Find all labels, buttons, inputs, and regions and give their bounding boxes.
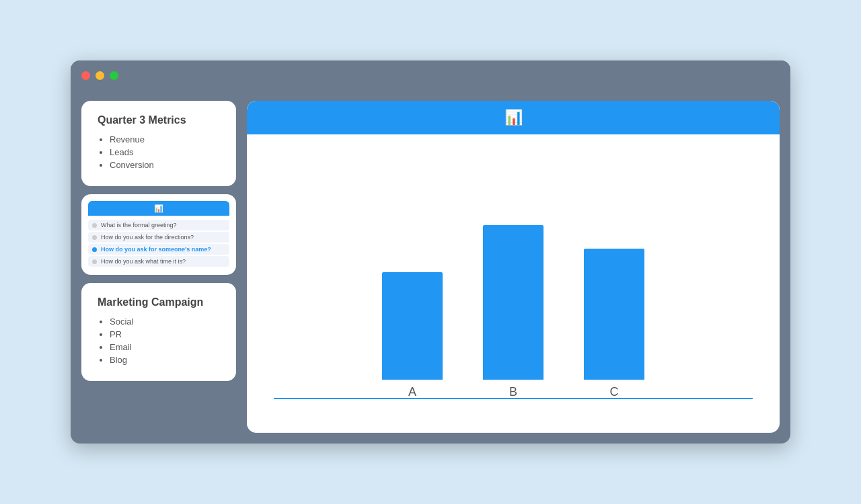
- bar-c: [584, 249, 644, 380]
- bar-label-b: B: [509, 385, 517, 399]
- list-item: Leads: [110, 147, 220, 157]
- browser-window: Quarter 3 Metrics Revenue Leads Conversi…: [71, 60, 790, 444]
- bar-label-c: C: [610, 385, 619, 399]
- bar-group-b: B: [483, 225, 544, 399]
- metrics-card: Quarter 3 Metrics Revenue Leads Conversi…: [81, 101, 236, 186]
- chart-baseline: [274, 398, 753, 399]
- bar-label-a: A: [408, 385, 416, 399]
- preview-row[interactable]: How do you ask what time it is?: [88, 256, 229, 267]
- row-dot: [92, 235, 97, 240]
- bar-group-a: A: [382, 272, 443, 399]
- row-dot: [92, 223, 97, 228]
- bar-a: [382, 272, 443, 380]
- browser-content: Quarter 3 Metrics Revenue Leads Conversi…: [71, 90, 790, 444]
- chart-body: A B C: [247, 134, 780, 433]
- bar-b: [483, 225, 544, 380]
- metrics-list: Revenue Leads Conversion: [98, 134, 220, 170]
- marketing-card: Marketing Campaign Social PR Email Blog: [81, 283, 236, 381]
- list-item: Social: [110, 317, 220, 327]
- metrics-title: Quarter 3 Metrics: [98, 114, 220, 126]
- sidebar: Quarter 3 Metrics Revenue Leads Conversi…: [81, 101, 236, 433]
- close-button[interactable]: [81, 71, 90, 80]
- row-dot: [92, 247, 97, 252]
- minimize-button[interactable]: [96, 71, 104, 80]
- marketing-list: Social PR Email Blog: [98, 317, 220, 365]
- maximize-button[interactable]: [110, 71, 118, 80]
- preview-chart-icon: 📊: [154, 204, 163, 213]
- chart-header: 📊: [247, 101, 780, 134]
- title-bar: [71, 60, 790, 90]
- marketing-title: Marketing Campaign: [98, 296, 220, 308]
- preview-header: 📊: [88, 201, 229, 216]
- list-item: PR: [110, 329, 220, 339]
- main-chart-panel: 📊 A B C: [247, 101, 780, 433]
- chart-icon: 📊: [504, 109, 523, 126]
- row-dot: [92, 259, 97, 264]
- preview-row-active[interactable]: How do you ask for someone's name?: [88, 244, 229, 255]
- list-item: Revenue: [110, 134, 220, 144]
- bar-group-c: C: [584, 249, 644, 399]
- list-item: Email: [110, 342, 220, 352]
- preview-row[interactable]: How do you ask for the directions?: [88, 232, 229, 243]
- list-item: Blog: [110, 355, 220, 365]
- preview-row[interactable]: What is the formal greeting?: [88, 220, 229, 230]
- preview-card: 📊 What is the formal greeting? How do yo…: [81, 194, 236, 275]
- list-item: Conversion: [110, 160, 220, 170]
